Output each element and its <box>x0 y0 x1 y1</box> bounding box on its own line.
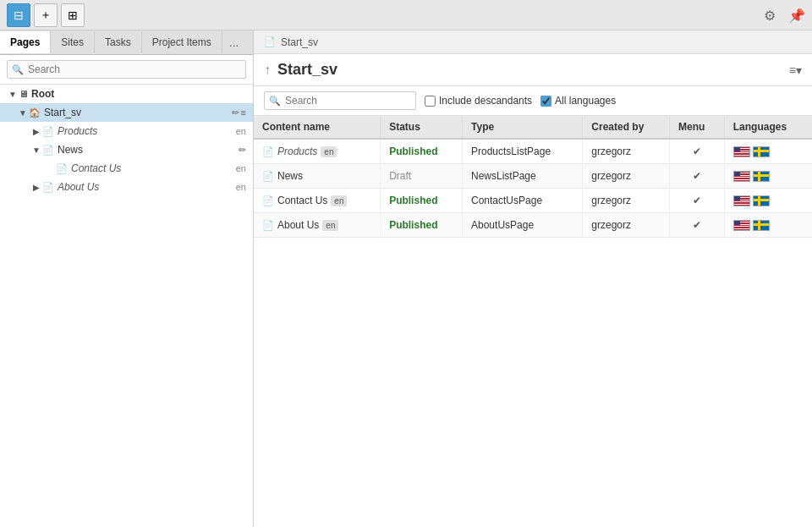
cell-languages <box>724 213 812 238</box>
about-us-expander[interactable]: ▶ <box>30 183 42 192</box>
content-table-wrap: Content name Status Type Created by Menu… <box>254 116 812 527</box>
flag-us-icon <box>733 195 750 206</box>
tree-item-contact-us[interactable]: 📄 Contact Us en <box>0 159 253 178</box>
col-created-by: Created by <box>583 116 670 139</box>
table-row[interactable]: 📄 About Us en Published AboutUsPage grze… <box>254 213 812 238</box>
lang-badge: en <box>331 195 347 206</box>
flag-se-icon <box>753 171 770 182</box>
filter-search-wrap: 🔍 <box>264 91 416 110</box>
sidebar-tree: ▼ 🖥 Root ▼ 🏠 Start_sv ✏ ≡ ▶ 📄 Products e… <box>0 85 253 527</box>
about-us-label: About Us <box>58 181 233 193</box>
sidebar-search-wrap: 🔍 <box>7 60 246 79</box>
root-expander[interactable]: ▼ <box>7 90 19 99</box>
all-languages-label[interactable]: All languages <box>555 95 616 107</box>
cell-created-by: grzegorz <box>583 164 670 189</box>
about-us-lang: en <box>236 182 246 192</box>
cell-type: AboutUsPage <box>463 213 583 238</box>
cell-menu: ✔ <box>670 164 725 189</box>
tree-item-about-us[interactable]: ▶ 📄 About Us en <box>0 178 253 196</box>
sidebar-search-icon: 🔍 <box>12 64 24 75</box>
cell-menu: ✔ <box>670 189 725 213</box>
cell-name: 📄 News <box>254 164 381 189</box>
row-name-text: Products <box>277 145 317 157</box>
top-toolbar: ⊟ ＋ ⊞ ⚙ 📌 <box>0 0 812 30</box>
news-label: News <box>58 144 239 156</box>
tab-more-button[interactable]: ... <box>222 30 246 54</box>
cell-status: Published <box>381 139 463 164</box>
cell-menu: ✔ <box>670 139 725 164</box>
row-page-icon: 📄 <box>262 171 274 182</box>
filter-search-input[interactable] <box>264 91 416 110</box>
cell-created-by: grzegorz <box>583 189 670 213</box>
gear-icon[interactable]: ⚙ <box>758 3 782 27</box>
news-edit-icon[interactable]: ✏ <box>239 145 246 156</box>
menu-checkmark: ✔ <box>693 195 701 206</box>
root-icon: 🖥 <box>19 89 28 99</box>
filter-search-icon: 🔍 <box>269 96 281 107</box>
contact-us-lang: en <box>236 163 246 173</box>
cell-name: 📄 About Us en <box>254 213 381 238</box>
include-descendants-label[interactable]: Include descandants <box>439 95 532 107</box>
news-expander[interactable]: ▼ <box>30 145 42 155</box>
structure-icon: ⊞ <box>68 8 78 22</box>
row-name-text: About Us <box>277 219 319 231</box>
tree-item-start-sv[interactable]: ▼ 🏠 Start_sv ✏ ≡ <box>0 103 253 122</box>
sort-icon[interactable]: ≡▾ <box>789 63 802 77</box>
main-container: Pages Sites Tasks Project Items ... 🔍 ▼ … <box>0 30 812 527</box>
add-icon: ＋ <box>40 8 52 23</box>
col-content-name: Content name <box>254 116 381 139</box>
cell-status: Published <box>381 213 463 238</box>
cell-created-by: grzegorz <box>583 213 670 238</box>
cell-created-by: grzegorz <box>583 139 670 164</box>
col-menu: Menu <box>670 116 725 139</box>
tree-view-button[interactable]: ⊟ <box>7 3 30 27</box>
tab-project-items[interactable]: Project Items <box>142 31 222 53</box>
lang-badge: en <box>321 146 337 157</box>
sidebar-search-container: 🔍 <box>0 55 253 85</box>
cell-languages <box>724 189 812 213</box>
menu-checkmark: ✔ <box>693 145 701 157</box>
start-sv-icon: 🏠 <box>29 107 41 118</box>
flag-us-icon <box>733 220 750 231</box>
row-name-text: Contact Us <box>277 195 327 206</box>
flag-se-icon <box>753 195 770 206</box>
cell-languages <box>724 164 812 189</box>
cell-menu: ✔ <box>670 213 725 238</box>
products-label: Products <box>58 125 233 137</box>
filter-bar: 🔍 Include descandants All languages <box>254 86 812 116</box>
about-us-icon: 📄 <box>42 182 54 193</box>
breadcrumb-arrow-icon: 📄 <box>264 36 276 47</box>
col-status: Status <box>381 116 463 139</box>
table-row[interactable]: 📄 News Draft NewsListPage grzegorz ✔ <box>254 164 812 189</box>
col-type: Type <box>463 116 583 139</box>
all-languages-checkbox[interactable] <box>540 96 551 107</box>
cell-type: ContactUsPage <box>463 189 583 213</box>
tree-item-products[interactable]: ▶ 📄 Products en <box>0 122 253 140</box>
cell-languages <box>724 139 812 164</box>
include-descendants-checkbox[interactable] <box>425 96 436 107</box>
start-sv-actions: ✏ ≡ <box>232 107 246 118</box>
pin-icon[interactable]: 📌 <box>785 3 809 27</box>
tab-pages[interactable]: Pages <box>0 31 51 53</box>
content-header: ↑ Start_sv ≡▾ <box>254 54 812 86</box>
news-icon: 📄 <box>42 145 54 156</box>
products-expander[interactable]: ▶ <box>30 127 42 136</box>
table-row[interactable]: 📄 Products en Published ProductsListPage… <box>254 139 812 164</box>
tab-tasks[interactable]: Tasks <box>95 31 142 53</box>
sidebar-search-input[interactable] <box>7 60 246 79</box>
table-row[interactable]: 📄 Contact Us en Published ContactUsPage … <box>254 189 812 213</box>
tab-sites[interactable]: Sites <box>51 31 95 53</box>
flag-us-icon <box>733 171 750 182</box>
menu-icon[interactable]: ≡ <box>241 107 246 118</box>
cell-name: 📄 Products en <box>254 139 381 164</box>
lang-badge: en <box>322 220 338 231</box>
content-title: Start_sv <box>277 61 782 79</box>
edit-icon[interactable]: ✏ <box>232 107 239 118</box>
tree-item-root[interactable]: ▼ 🖥 Root <box>0 85 253 103</box>
root-label: Root <box>31 88 246 100</box>
products-lang: en <box>236 126 246 136</box>
structure-button[interactable]: ⊞ <box>61 3 85 27</box>
tree-item-news[interactable]: ▼ 📄 News ✏ <box>0 140 253 159</box>
add-button[interactable]: ＋ <box>34 3 58 27</box>
start-sv-expander[interactable]: ▼ <box>17 108 29 118</box>
